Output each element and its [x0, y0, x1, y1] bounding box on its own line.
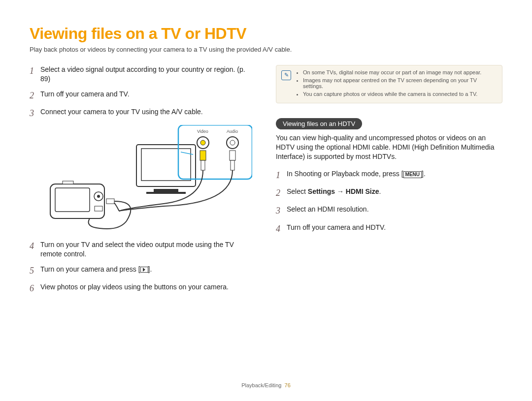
step-text: Select an HDMI resolution.	[287, 205, 502, 216]
hdtv-step-3: 3 Select an HDMI resolution.	[276, 205, 502, 216]
section-body: You can view high-quality and uncompress…	[276, 133, 502, 161]
step-number: 2	[276, 187, 287, 199]
page-number: 76	[285, 382, 291, 388]
step-number: 6	[30, 282, 40, 294]
step-number: 3	[276, 205, 287, 216]
svg-rect-2	[154, 189, 178, 192]
step-number: 4	[276, 223, 287, 235]
step-number: 5	[30, 265, 40, 277]
video-label: Video	[197, 129, 208, 134]
step-text: Turn off your camera and TV.	[40, 90, 256, 101]
page-title: Viewing files on a TV or HDTV	[30, 25, 502, 43]
step-5: 5 Turn on your camera and press [].	[30, 265, 256, 277]
svg-rect-15	[55, 188, 90, 212]
page-subtitle: Play back photos or videos by connecting…	[30, 46, 502, 53]
step-text: Turn on your camera and press [].	[40, 265, 256, 277]
svg-rect-13	[231, 160, 234, 170]
svg-rect-1	[141, 149, 191, 181]
svg-rect-18	[95, 206, 102, 211]
svg-rect-10	[200, 151, 206, 160]
step-text: Connect your camera to your TV using the…	[40, 107, 256, 119]
step-text: Select Settings → HDMI Size.	[287, 187, 502, 199]
svg-rect-3	[146, 192, 186, 194]
step-number: 3	[30, 107, 40, 119]
step-text: Turn off your camera and HDTV.	[287, 223, 502, 235]
note-box: ✎ On some TVs, digital noise may occur o…	[276, 65, 502, 103]
step-text: Turn on your TV and select the video out…	[40, 240, 256, 259]
svg-point-17	[97, 195, 100, 198]
svg-rect-12	[230, 151, 235, 160]
play-icon	[140, 267, 148, 273]
step-4: 4 Turn on your TV and select the video o…	[30, 240, 256, 259]
step-number: 1	[276, 169, 287, 181]
note-icon: ✎	[281, 70, 291, 80]
note-item: On some TVs, digital noise may occur or …	[303, 69, 496, 75]
step-number: 1	[30, 65, 40, 84]
step-number: 2	[30, 90, 40, 101]
step-6: 6 View photos or play videos using the b…	[30, 282, 256, 294]
step-text: View photos or play videos using the but…	[40, 282, 256, 294]
svg-point-9	[230, 140, 235, 145]
note-item: You can capture photos or videos while t…	[303, 91, 496, 97]
hdtv-step-4: 4 Turn off your camera and HDTV.	[276, 223, 502, 235]
step-number: 4	[30, 240, 40, 259]
av-cable-diagram: Video Audio	[40, 125, 256, 233]
step-3: 3 Connect your camera to your TV using t…	[30, 107, 256, 119]
note-item: Images may not appear centred on the TV …	[303, 77, 496, 89]
section-heading: Viewing files on an HDTV	[276, 118, 362, 129]
svg-rect-19	[63, 181, 73, 184]
hdtv-step-2: 2 Select Settings → HDMI Size.	[276, 187, 502, 199]
footer-section: Playback/Editing	[241, 382, 281, 388]
step-2: 2 Turn off your camera and TV.	[30, 90, 256, 101]
hdtv-step-1: 1 In Shooting or Playback mode, press [M…	[276, 169, 502, 181]
page-footer: Playback/Editing 76	[0, 382, 532, 388]
step-text: In Shooting or Playback mode, press [MEN…	[287, 169, 502, 181]
svg-point-7	[200, 140, 205, 145]
step-1: 1 Select a video signal output according…	[30, 65, 256, 84]
svg-rect-20	[106, 199, 114, 204]
audio-label: Audio	[227, 129, 238, 134]
svg-rect-11	[201, 160, 205, 170]
step-text: Select a video signal output according t…	[40, 65, 256, 84]
menu-icon: MENU	[403, 171, 422, 178]
